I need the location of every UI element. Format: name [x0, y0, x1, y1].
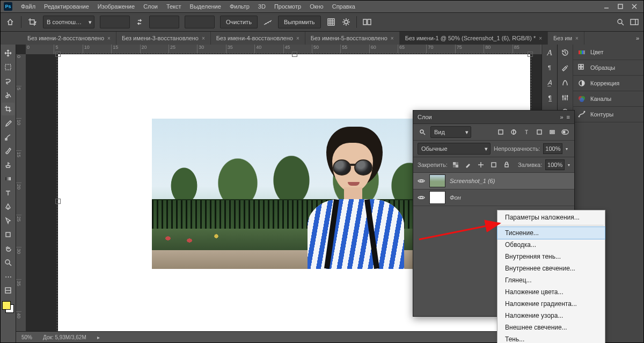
layer-style-context-menu[interactable]: Параметры наложения...Тиснение...Обводка… [497, 210, 605, 343]
lock-artboard-icon[interactable] [489, 160, 499, 170]
lock-all-icon[interactable] [502, 160, 511, 170]
document-tab[interactable]: Без имени-3-восстановлено× [116, 32, 211, 45]
home-icon[interactable] [5, 17, 16, 27]
filter-smart-icon[interactable] [547, 127, 557, 137]
close-icon[interactable]: × [575, 35, 579, 41]
brush-presets-icon[interactable] [560, 78, 570, 87]
context-menu-item[interactable]: Обводка... [497, 239, 605, 251]
menu-просмотр[interactable]: Просмотр [270, 3, 305, 10]
document-tab[interactable]: Без имени-4-восстановлено× [211, 32, 305, 45]
crop-tool-icon[interactable]: ▾ [27, 17, 38, 27]
lock-paint-icon[interactable] [464, 160, 473, 170]
document-tab[interactable]: Без имени-1 @ 50% (Screenshot_1 (6), RGB… [400, 32, 548, 45]
panel-button-контуры[interactable]: Контуры [573, 107, 643, 122]
quick-select-tool[interactable] [2, 89, 14, 101]
panel-button-коррекция[interactable]: Коррекция [573, 76, 643, 91]
menu-изображение[interactable]: Изображение [93, 3, 139, 10]
window-minimize-button[interactable] [601, 2, 612, 11]
visibility-eye-icon[interactable] [418, 194, 425, 201]
context-menu-item[interactable]: Тень... [497, 333, 605, 343]
crop-tool[interactable] [2, 103, 14, 115]
overlay-grid-icon[interactable] [326, 17, 336, 27]
menu-файл[interactable]: Файл [17, 3, 40, 10]
lock-position-icon[interactable] [476, 160, 486, 170]
crop-resolution-input[interactable] [185, 16, 215, 28]
horizontal-ruler[interactable]: 0510152025303540455055606570758085 [26, 45, 541, 55]
move-tool[interactable] [2, 47, 14, 60]
crop-width-input[interactable] [100, 16, 130, 28]
window-maximize-button[interactable] [614, 2, 626, 11]
context-menu-item[interactable]: Наложение узора... [497, 310, 605, 322]
paragraph-style-icon[interactable]: ¶̲ [545, 93, 554, 103]
close-icon[interactable]: × [107, 35, 111, 41]
menu-3d[interactable]: 3D [254, 3, 270, 10]
zoom-level[interactable]: 50% [21, 334, 32, 340]
context-menu-item[interactable]: Наложение цвета... [497, 286, 605, 298]
path-select-tool[interactable] [2, 214, 14, 227]
filter-shape-icon[interactable] [535, 127, 544, 137]
search-layers-icon[interactable] [418, 127, 427, 137]
panel-menu-icon[interactable]: ≡ [567, 114, 570, 120]
document-tab[interactable]: Без им× [548, 32, 584, 45]
marquee-tool[interactable] [2, 61, 14, 74]
workspace-switcher-icon[interactable] [630, 17, 639, 27]
menu-слои[interactable]: Слои [139, 3, 162, 10]
menu-выделение[interactable]: Выделение [186, 3, 225, 10]
layer-name[interactable]: Screenshot_1 (6) [450, 178, 495, 184]
layer-name[interactable]: Фон [450, 194, 461, 201]
swap-dimensions-button[interactable] [135, 19, 144, 25]
layer-filter-dropdown[interactable]: Вид▾ [430, 126, 471, 138]
vertical-ruler[interactable]: 0510152025303540 [16, 54, 26, 342]
glyph-a-icon[interactable]: A [545, 48, 554, 57]
context-menu-item[interactable]: Внутренняя тень... [497, 251, 605, 262]
foreground-swatch[interactable] [2, 301, 11, 310]
menu-редактирование[interactable]: Редактирование [40, 3, 93, 10]
context-menu-item[interactable]: Наложение градиента... [497, 298, 605, 310]
clone-stamp-tool[interactable] [2, 158, 14, 171]
gradient-tool[interactable] [2, 172, 14, 185]
document-tab[interactable]: Без имени-2-восстановлено× [22, 32, 116, 45]
fill-value[interactable]: 100% [545, 159, 565, 170]
history-icon[interactable] [560, 48, 570, 57]
aspect-ratio-dropdown[interactable]: В соотнош…▾ [43, 16, 94, 28]
context-menu-item[interactable]: Внешнее свечение... [497, 322, 605, 333]
panel-button-образцы[interactable]: Образцы [573, 60, 643, 76]
filter-adjust-icon[interactable] [509, 127, 518, 137]
straighten-button[interactable]: Выпрямить [278, 16, 321, 28]
healing-brush-tool[interactable] [2, 130, 14, 143]
menu-текст[interactable]: Текст [162, 3, 186, 10]
lock-pixels-icon[interactable] [451, 160, 460, 170]
filter-toggle-icon[interactable] [560, 127, 570, 137]
close-icon[interactable]: × [296, 35, 299, 41]
layer-row[interactable]: Фон [413, 189, 574, 206]
window-close-button[interactable] [628, 2, 640, 11]
screen-mode[interactable] [2, 284, 14, 297]
context-menu-item[interactable]: Тиснение... [497, 227, 605, 239]
shape-tool[interactable] [2, 228, 14, 241]
edit-toolbar[interactable]: ⋯ [2, 270, 14, 283]
opacity-value[interactable]: 100% [543, 143, 562, 154]
clear-button[interactable]: Очистить [220, 16, 258, 28]
brush-settings-icon[interactable] [560, 63, 570, 72]
hand-tool[interactable] [2, 242, 14, 255]
color-swatches[interactable] [2, 301, 14, 313]
panel-button-каналы[interactable]: Каналы [573, 91, 643, 107]
menu-окно[interactable]: Окно [305, 3, 328, 10]
zoom-tool[interactable] [2, 256, 14, 269]
brush-tool[interactable] [2, 144, 14, 157]
filter-pixel-icon[interactable] [496, 127, 506, 137]
panel-collapse-icon[interactable]: » [560, 114, 562, 120]
menu-фильтр[interactable]: Фильтр [225, 3, 254, 10]
lasso-tool[interactable] [2, 75, 14, 87]
crop-settings-icon[interactable] [341, 17, 351, 27]
visibility-eye-icon[interactable] [418, 177, 425, 185]
context-menu-item[interactable]: Глянец... [497, 274, 605, 286]
pen-tool[interactable] [2, 200, 14, 213]
adjustments-icon[interactable] [560, 93, 570, 103]
search-icon[interactable] [616, 17, 625, 27]
context-menu-item[interactable]: Внутреннее свечение... [497, 262, 605, 274]
eyedropper-tool[interactable] [2, 116, 14, 129]
crop-height-input[interactable] [149, 16, 179, 28]
close-icon[interactable]: × [539, 35, 542, 41]
blend-mode-dropdown[interactable]: Обычные▾ [418, 143, 491, 155]
